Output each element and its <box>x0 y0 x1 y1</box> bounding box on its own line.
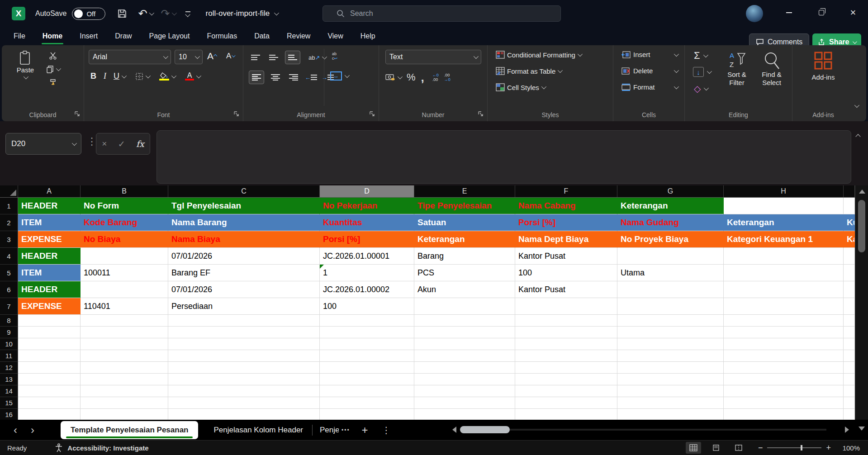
cell-D1[interactable]: No Pekerjaan <box>320 198 414 214</box>
collapse-formula-bar-button[interactable] <box>855 134 860 139</box>
align-right-button[interactable] <box>287 71 300 84</box>
close-button[interactable]: × <box>840 0 866 25</box>
row-header-8[interactable]: 8 <box>0 315 18 327</box>
cell-G10[interactable] <box>617 338 724 350</box>
cell-G16[interactable] <box>617 409 724 420</box>
cell-F5[interactable]: 100 <box>515 265 617 281</box>
cell-B1[interactable]: No Form <box>81 198 168 214</box>
cell-G6[interactable] <box>617 281 724 298</box>
cell-I6[interactable] <box>844 281 855 298</box>
row-header-12[interactable]: 12 <box>0 362 18 374</box>
cell-D12[interactable] <box>320 362 414 374</box>
column-header-C[interactable]: C <box>168 185 320 197</box>
row-header-4[interactable]: 4 <box>0 248 18 265</box>
cell-A12[interactable] <box>18 362 81 374</box>
collapse-ribbon-button[interactable] <box>854 103 859 108</box>
cell-B11[interactable] <box>81 350 168 362</box>
cell-E9[interactable] <box>414 327 515 338</box>
cell-D8[interactable] <box>320 315 414 327</box>
cell-A1[interactable]: HEADER <box>18 198 81 214</box>
cell-C11[interactable] <box>168 350 320 362</box>
cell-H13[interactable] <box>724 374 844 385</box>
number-dialog-launcher[interactable] <box>478 110 484 118</box>
cell-C3[interactable]: Nama Biaya <box>168 231 320 248</box>
cell-D16[interactable] <box>320 409 414 420</box>
cell-C1[interactable]: Tgl Penyelesaian <box>168 198 320 214</box>
tab-page-layout[interactable]: Page Layout <box>149 28 190 44</box>
font-size-select[interactable]: 10 <box>175 50 203 64</box>
cell-styles-button[interactable]: Cell Styles <box>496 83 545 91</box>
cell-B8[interactable] <box>81 315 168 327</box>
cell-B16[interactable] <box>81 409 168 420</box>
orientation-button[interactable]: ab↗ <box>308 54 326 61</box>
number-format-select[interactable]: Text <box>385 50 481 64</box>
cell-C12[interactable] <box>168 362 320 374</box>
cell-E10[interactable] <box>414 338 515 350</box>
cell-G2[interactable]: Nama Gudang <box>617 214 724 231</box>
cell-B14[interactable] <box>81 385 168 397</box>
comma-style-button[interactable]: , <box>421 75 424 80</box>
new-sheet-button[interactable]: + <box>362 424 368 436</box>
cell-D11[interactable] <box>320 350 414 362</box>
cell-G15[interactable] <box>617 397 724 409</box>
page-layout-view-button[interactable] <box>708 442 724 454</box>
cell-H8[interactable] <box>724 315 844 327</box>
cell-H3[interactable]: Kategori Keuangan 1 <box>724 231 844 248</box>
cell-B13[interactable] <box>81 374 168 385</box>
align-top-button[interactable] <box>249 51 262 64</box>
cell-A10[interactable] <box>18 338 81 350</box>
cell-H11[interactable] <box>724 350 844 362</box>
cell-A9[interactable] <box>18 327 81 338</box>
column-header-B[interactable]: B <box>81 185 168 197</box>
cell-I16[interactable] <box>844 409 855 420</box>
cell-D15[interactable] <box>320 397 414 409</box>
page-break-view-button[interactable] <box>731 442 746 454</box>
align-bottom-button[interactable] <box>285 51 300 64</box>
scroll-up-icon[interactable] <box>859 190 865 194</box>
column-header-E[interactable]: E <box>414 185 515 197</box>
cell-F7[interactable] <box>515 298 617 315</box>
cell-I2[interactable]: Ku <box>844 214 855 231</box>
cell-A3[interactable]: EXPENSE <box>18 231 81 248</box>
cell-C14[interactable] <box>168 385 320 397</box>
row-header-14[interactable]: 14 <box>0 385 18 397</box>
prev-sheet-button[interactable]: ‹ <box>14 425 17 436</box>
row-header-13[interactable]: 13 <box>0 374 18 385</box>
more-sheets-icon[interactable]: ••• <box>342 427 350 433</box>
row-header-6[interactable]: 6 <box>0 281 18 298</box>
cell-G8[interactable] <box>617 315 724 327</box>
minimize-button[interactable] <box>776 0 802 25</box>
cell-A16[interactable] <box>18 409 81 420</box>
cell-H7[interactable] <box>724 298 844 315</box>
bold-button[interactable]: B <box>90 71 96 81</box>
align-middle-button[interactable] <box>267 51 280 64</box>
insert-cells-button[interactable]: Insert <box>621 51 678 58</box>
cell-B10[interactable] <box>81 338 168 350</box>
cell-I11[interactable] <box>844 350 855 362</box>
column-header-F[interactable]: F <box>515 185 617 197</box>
percent-style-button[interactable]: % <box>407 71 416 83</box>
cell-I12[interactable] <box>844 362 855 374</box>
row-header-10[interactable]: 10 <box>0 338 18 350</box>
cell-D4[interactable]: JC.2026.01.00001 <box>320 248 414 265</box>
scroll-down-icon[interactable] <box>859 427 865 431</box>
cell-C16[interactable] <box>168 409 320 420</box>
paste-button[interactable]: Paste <box>13 51 38 79</box>
cell-D5[interactable]: 1 <box>320 265 414 281</box>
row-header-9[interactable]: 9 <box>0 327 18 338</box>
tab-draw[interactable]: Draw <box>115 28 132 44</box>
cell-D3[interactable]: Porsi [%] <box>320 231 414 248</box>
font-dialog-launcher[interactable] <box>234 110 239 118</box>
accessibility-status[interactable]: Accessibility: Investigate <box>55 443 148 452</box>
addins-button[interactable]: Add-ins <box>806 51 840 81</box>
cell-A2[interactable]: ITEM <box>18 214 81 231</box>
cell-G4[interactable] <box>617 248 724 265</box>
vertical-scroll-thumb[interactable] <box>858 200 865 252</box>
cell-B4[interactable] <box>81 248 168 265</box>
format-cells-button[interactable]: Format <box>621 83 678 91</box>
cell-G7[interactable] <box>617 298 724 315</box>
cell-H2[interactable]: Keterangan <box>724 214 844 231</box>
cell-I5[interactable] <box>844 265 855 281</box>
row-header-5[interactable]: 5 <box>0 265 18 281</box>
cell-H10[interactable] <box>724 338 844 350</box>
